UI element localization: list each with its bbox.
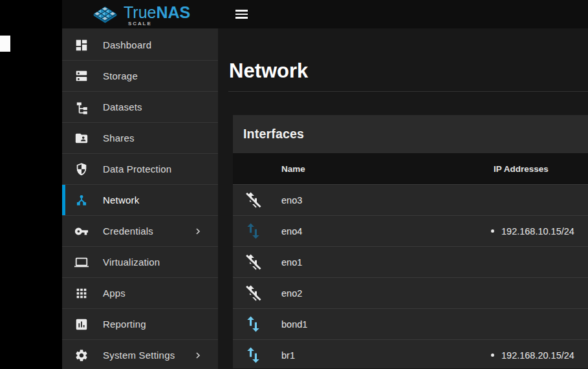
- sidebar-item-data-protection[interactable]: Data Protection: [62, 154, 218, 185]
- interface-name: eno4: [273, 226, 482, 237]
- ip-bullet: [491, 229, 494, 233]
- interface-name: br1: [273, 350, 482, 361]
- sidebar-item-credentials[interactable]: Credentials: [62, 216, 218, 247]
- reporting-icon: [74, 317, 89, 332]
- shares-icon: [74, 131, 89, 145]
- system-settings-icon: [74, 348, 89, 363]
- sidebar-item-label: Storage: [103, 70, 138, 81]
- sidebar-item-label: Data Protection: [103, 163, 171, 174]
- ip-bullet: [491, 353, 494, 357]
- network-icon: [74, 193, 89, 207]
- interface-name: eno3: [273, 195, 482, 206]
- brand-text: TrueNAS SCALE: [124, 1, 190, 27]
- sidebar: DashboardStorageDatasetsSharesData Prote…: [62, 28, 218, 369]
- hamburger-icon[interactable]: [235, 10, 248, 19]
- ip-column-header: IP Addresses: [482, 164, 588, 174]
- sidebar-item-label: Datasets: [103, 101, 142, 112]
- interface-row-eno2[interactable]: eno2: [233, 277, 588, 308]
- truenas-logo-icon: [93, 6, 117, 24]
- interface-ip-cell: 192.168.10.15/24: [482, 226, 588, 237]
- page-title: Network: [229, 59, 588, 83]
- sidebar-item-label: Shares: [103, 132, 135, 143]
- link-up-icon: [233, 315, 273, 333]
- interfaces-card-header: Interfaces: [233, 115, 588, 153]
- link-disconnected-icon: [233, 253, 273, 271]
- apps-icon: [74, 286, 89, 300]
- sidebar-item-label: Reporting: [103, 319, 146, 330]
- sidebar-item-label: Network: [103, 195, 139, 206]
- brand-name: TrueNAS: [124, 1, 190, 23]
- interface-row-eno1[interactable]: eno1: [233, 246, 588, 277]
- table-header: Name IP Addresses: [233, 153, 588, 184]
- sidebar-item-network[interactable]: Network: [62, 185, 218, 216]
- interface-name: eno2: [273, 288, 482, 299]
- datasets-icon: [74, 100, 89, 114]
- sidebar-item-datasets[interactable]: Datasets: [62, 92, 218, 123]
- sidebar-item-reporting[interactable]: Reporting: [62, 309, 218, 340]
- sidebar-item-apps[interactable]: Apps: [62, 278, 218, 309]
- app-shell: DashboardStorageDatasetsSharesData Prote…: [62, 28, 588, 369]
- link-up-dim-icon: [233, 222, 273, 240]
- link-disconnected-icon: [233, 191, 273, 209]
- sidebar-item-shares[interactable]: Shares: [62, 123, 218, 154]
- chevron-right-icon: [193, 227, 202, 236]
- truenas-window: TrueNAS SCALE DashboardStorageDatasetsSh…: [62, 0, 588, 369]
- name-column-header: Name: [273, 164, 482, 174]
- credentials-icon: [74, 224, 89, 238]
- main-content: Network Interfaces Name IP Addresses eno…: [218, 28, 588, 369]
- sidebar-item-label: Apps: [103, 288, 125, 299]
- interfaces-card-title: Interfaces: [243, 127, 304, 142]
- chevron-right-icon: [193, 351, 202, 360]
- link-disconnected-icon: [233, 284, 273, 302]
- sidebar-item-label: System Settings: [103, 350, 175, 361]
- sidebar-item-dashboard[interactable]: Dashboard: [62, 30, 218, 61]
- interface-row-eno4[interactable]: eno4192.168.10.15/24: [233, 215, 588, 246]
- interface-row-bond1[interactable]: bond1: [233, 308, 588, 339]
- interface-ip-cell: 192.168.20.15/24: [482, 350, 588, 361]
- interface-ip: 192.168.10.15/24: [501, 226, 574, 237]
- interface-name: bond1: [273, 319, 482, 330]
- sidebar-item-label: Credentials: [103, 226, 153, 237]
- interface-row-br1[interactable]: br1192.168.20.15/24: [233, 339, 588, 368]
- data-protection-icon: [74, 162, 89, 176]
- interface-row-eno3[interactable]: eno3: [233, 184, 588, 215]
- interface-name: eno1: [273, 257, 482, 268]
- storage-icon: [74, 69, 89, 83]
- desktop: { "artifact": { "note": "small white rec…: [0, 0, 588, 369]
- active-indicator: [62, 185, 65, 215]
- sidebar-item-system-settings[interactable]: System Settings: [62, 340, 218, 369]
- sidebar-item-storage[interactable]: Storage: [62, 61, 218, 92]
- virtualization-icon: [74, 255, 89, 269]
- desktop-artifact: [0, 36, 10, 52]
- brand-subtitle: SCALE: [128, 21, 152, 26]
- dashboard-icon: [74, 38, 89, 52]
- sidebar-item-label: Dashboard: [103, 39, 151, 50]
- table-body: eno3eno4192.168.10.15/24eno1eno2bond1br1…: [233, 184, 588, 368]
- page-divider: [228, 91, 588, 92]
- top-bar: TrueNAS SCALE: [62, 0, 588, 28]
- sidebar-item-virtualization[interactable]: Virtualization: [62, 247, 218, 278]
- interfaces-card: Interfaces Name IP Addresses eno3eno4192…: [233, 115, 588, 368]
- truenas-logo[interactable]: TrueNAS SCALE: [93, 1, 190, 27]
- sidebar-item-label: Virtualization: [103, 257, 160, 268]
- interface-ip: 192.168.20.15/24: [501, 350, 574, 361]
- link-up-icon: [233, 346, 273, 364]
